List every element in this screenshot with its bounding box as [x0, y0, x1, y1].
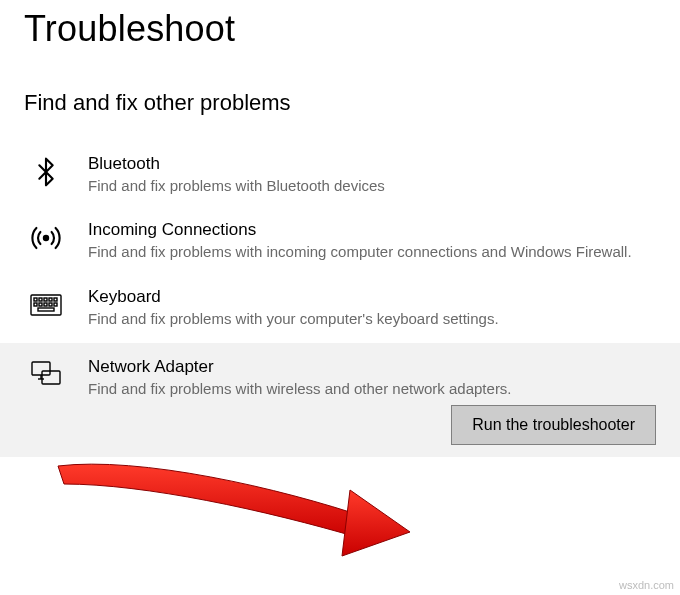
- item-title: Network Adapter: [88, 357, 656, 377]
- svg-rect-13: [32, 362, 50, 375]
- section-heading: Find and fix other problems: [24, 90, 656, 116]
- run-troubleshooter-button[interactable]: Run the troubleshooter: [451, 405, 656, 445]
- troubleshoot-item-incoming-connections[interactable]: Incoming Connections Find and fix proble…: [24, 210, 656, 276]
- item-desc: Find and fix problems with Bluetooth dev…: [88, 176, 656, 196]
- svg-rect-9: [44, 303, 47, 306]
- network-adapter-icon: [30, 357, 70, 391]
- svg-rect-12: [38, 308, 54, 311]
- item-desc: Find and fix problems with incoming comp…: [88, 242, 656, 262]
- item-title: Bluetooth: [88, 154, 656, 174]
- svg-rect-11: [54, 303, 57, 306]
- svg-rect-8: [39, 303, 42, 306]
- item-title: Incoming Connections: [88, 220, 656, 240]
- svg-rect-7: [34, 303, 37, 306]
- antenna-icon: [30, 220, 70, 254]
- watermark: wsxdn.com: [619, 579, 674, 591]
- svg-point-0: [44, 236, 48, 240]
- bluetooth-icon: [30, 154, 70, 188]
- svg-rect-4: [44, 298, 47, 301]
- page-title: Troubleshoot: [24, 8, 656, 50]
- svg-rect-6: [54, 298, 57, 301]
- troubleshoot-item-bluetooth[interactable]: Bluetooth Find and fix problems with Blu…: [24, 144, 656, 210]
- keyboard-icon: [30, 287, 70, 321]
- annotation-arrow: [50, 448, 420, 568]
- svg-rect-3: [39, 298, 42, 301]
- item-desc: Find and fix problems with wireless and …: [88, 379, 656, 399]
- svg-rect-14: [42, 371, 60, 384]
- item-desc: Find and fix problems with your computer…: [88, 309, 656, 329]
- troubleshoot-item-keyboard[interactable]: Keyboard Find and fix problems with your…: [24, 277, 656, 343]
- svg-rect-2: [34, 298, 37, 301]
- item-title: Keyboard: [88, 287, 656, 307]
- troubleshoot-item-network-adapter[interactable]: Network Adapter Find and fix problems wi…: [0, 343, 680, 457]
- svg-rect-5: [49, 298, 52, 301]
- svg-rect-10: [49, 303, 52, 306]
- troubleshoot-list: Bluetooth Find and fix problems with Blu…: [24, 144, 656, 457]
